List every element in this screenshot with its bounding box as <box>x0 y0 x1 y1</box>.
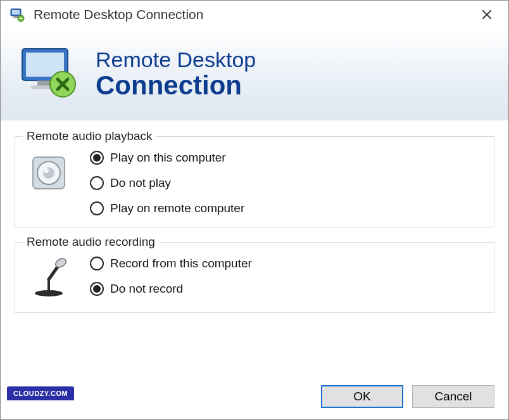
dialog-content: Remote audio playback Play on this compu… <box>1 120 508 313</box>
group-legend-playback: Remote audio playback <box>23 129 156 143</box>
ok-button[interactable]: OK <box>321 385 403 408</box>
svg-rect-20 <box>47 279 50 292</box>
close-button[interactable] <box>474 2 500 27</box>
radio-indicator <box>90 282 104 296</box>
banner-title-line1: Remote Desktop <box>96 49 256 72</box>
radio-indicator <box>90 201 104 215</box>
radio-do-not-record[interactable]: Do not record <box>90 282 252 296</box>
banner-title-line2: Connection <box>96 72 256 99</box>
radio-label: Do not record <box>110 282 183 296</box>
radio-label: Do not play <box>110 176 171 190</box>
radio-label: Play on this computer <box>110 151 226 165</box>
rdp-banner-icon <box>18 44 79 105</box>
cancel-button[interactable]: Cancel <box>412 385 494 408</box>
close-icon <box>481 9 493 20</box>
speaker-icon <box>27 151 71 195</box>
radio-play-on-this-computer[interactable]: Play on this computer <box>90 151 244 165</box>
radio-do-not-play[interactable]: Do not play <box>90 176 244 190</box>
radio-indicator <box>90 176 104 190</box>
radio-indicator <box>90 257 104 270</box>
svg-rect-2 <box>14 16 18 17</box>
rdp-titlebar-icon <box>9 7 25 22</box>
group-remote-audio-recording: Remote audio recording Record from this … <box>15 235 494 313</box>
playback-options: Play on this computer Do not play Play o… <box>90 150 244 215</box>
window-title: Remote Desktop Connection <box>34 7 474 22</box>
radio-play-on-remote-computer[interactable]: Play on remote computer <box>90 201 244 215</box>
radio-label: Play on remote computer <box>110 201 244 215</box>
svg-rect-1 <box>12 10 20 15</box>
recording-options: Record from this computer Do not record <box>90 255 252 296</box>
svg-rect-5 <box>20 18 23 19</box>
watermark-badge: CLOUDZY.COM <box>7 386 74 400</box>
banner: Remote Desktop Connection <box>1 29 508 120</box>
titlebar: Remote Desktop Connection <box>1 1 508 29</box>
banner-text: Remote Desktop Connection <box>96 49 256 99</box>
radio-record-from-this-computer[interactable]: Record from this computer <box>90 257 252 270</box>
microphone-icon <box>27 257 71 301</box>
dialog-buttons: OK Cancel <box>321 385 494 408</box>
group-remote-audio-playback: Remote audio playback Play on this compu… <box>15 129 494 227</box>
radio-indicator <box>90 151 104 165</box>
radio-label: Record from this computer <box>110 257 252 270</box>
group-legend-recording: Remote audio recording <box>23 235 159 249</box>
svg-point-18 <box>44 168 49 173</box>
